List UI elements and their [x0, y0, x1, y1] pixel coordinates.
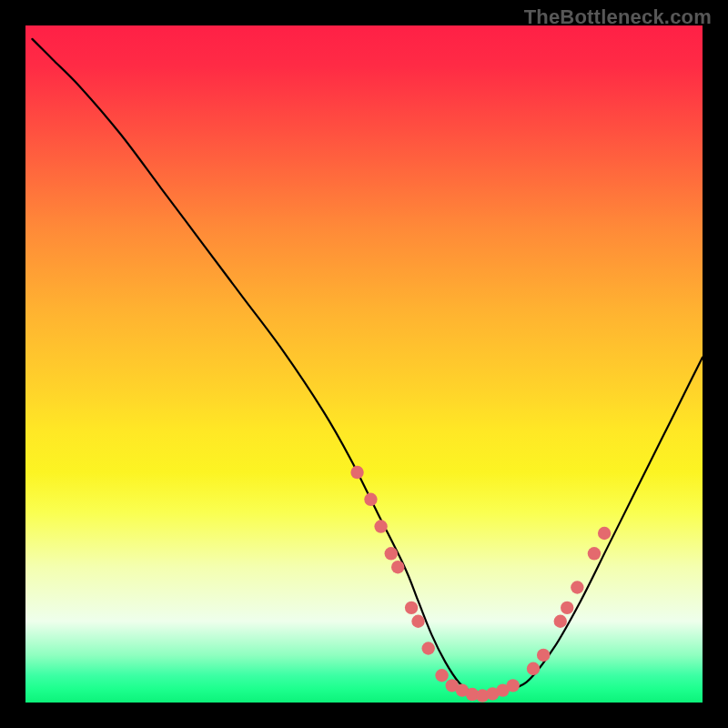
data-point: [405, 602, 418, 614]
attribution-label: TheBottleneck.com: [524, 5, 712, 29]
data-point: [506, 679, 519, 692]
data-point: [364, 493, 377, 506]
data-point: [571, 581, 583, 593]
data-point: [391, 561, 404, 573]
data-point: [598, 527, 611, 540]
data-markers: [350, 466, 611, 703]
bottleneck-curve: [32, 39, 703, 696]
data-point: [350, 466, 363, 479]
data-point: [537, 649, 550, 662]
data-point: [421, 642, 434, 654]
data-point: [527, 662, 540, 675]
curve-layer: [25, 25, 703, 703]
data-point: [561, 602, 573, 614]
data-point: [588, 547, 601, 560]
data-point: [374, 520, 387, 532]
data-point: [554, 615, 567, 628]
data-point: [411, 615, 424, 628]
plot-area: [25, 25, 703, 703]
data-point: [435, 669, 448, 682]
chart-container: TheBottleneck.com: [0, 0, 728, 728]
data-point: [385, 547, 398, 560]
